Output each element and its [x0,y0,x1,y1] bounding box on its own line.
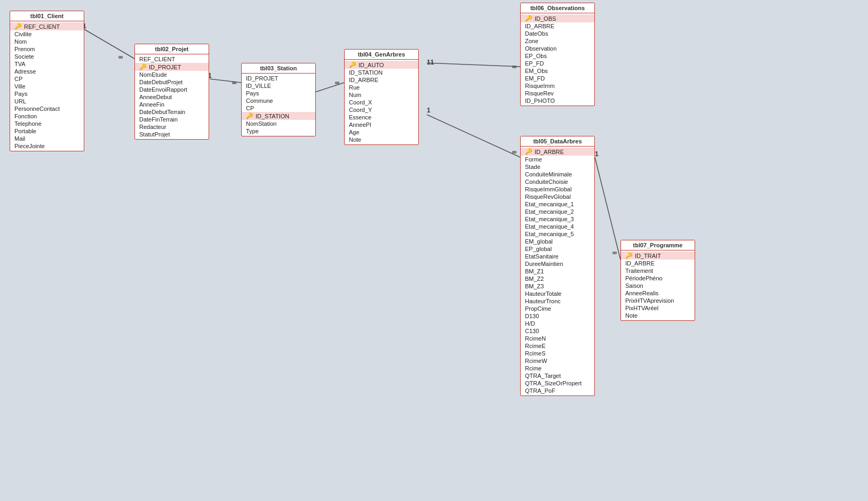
svg-line-4 [427,115,520,157]
rel-label-11: 11 [427,59,434,66]
table-tbl06-observations[interactable]: tbl06_Observations 🔑 ID_OBS ID_ARBRE Dat… [520,3,595,106]
field-name-prenom: Prenom [14,46,35,52]
field-ep-fd: EP_FD [521,60,594,67]
field-id-photo: ID_PHOTO [521,97,594,104]
field-anneerealis: AnneeRealis [621,289,695,297]
field-name-id-arbre-05: ID_ARBRE [535,149,564,155]
field-name-nomstation: NomStation [246,120,276,127]
key-icon-id-auto: 🔑 [349,61,356,68]
field-stade: Stade [521,163,594,171]
field-name-adresse: Adresse [14,68,36,75]
field-hauteurtronc: HauteurTronc [521,297,594,305]
field-rcimee: RcimeE [521,342,594,350]
field-ep-global: EP_global [521,245,594,253]
field-dureemaintien: DureeMaintien [521,260,594,268]
field-observation: Observation [521,45,594,52]
field-conduiteMinimale: ConduiteMinimale [521,171,594,178]
field-risquerevglobal: RisqueRevGlobal [521,193,594,200]
field-name-num: Num [349,92,361,98]
field-rue: Rue [345,84,418,91]
table-tbl03-header: tbl03_Station [242,63,315,74]
field-fonction: Fonction [10,112,84,120]
field-zone: Zone [521,37,594,45]
rel-label-inf-e: ∞ [512,148,517,156]
field-personnecontact: PersonneContact [10,105,84,112]
key-icon-ref-client: 🔑 [14,23,22,30]
field-ville: Ville [10,83,84,90]
field-societe: Societe [10,53,84,60]
field-name-dateenvoirapport: DateEnvoiRapport [139,86,187,93]
field-type-03: Type [242,127,315,135]
field-name-portable: Portable [14,128,36,134]
field-name-commune: Commune [246,98,273,104]
field-name-statutprojet: StatutProjet [139,131,170,138]
table-tbl05-dataarbres[interactable]: tbl05_DataArbres 🔑 ID_ARBRE Forme Stade … [520,136,595,396]
field-redacteur: Redacteur [135,123,209,131]
table-tbl03-fields: ID_PROJET ID_VILLE Pays Commune CP 🔑 ID_… [242,74,315,136]
field-name-id-trait: ID_TRAIT [635,253,661,259]
field-anneefin: AnneeFin [135,101,209,108]
field-name-hd: H/D [525,320,535,327]
field-etatsanitaire: EtatSanitaire [521,253,594,260]
key-icon-id-obs: 🔑 [525,15,532,22]
field-name-rcimee: RcimeE [525,343,546,349]
field-name-personnecontact: PersonneContact [14,106,60,112]
field-adresse: Adresse [10,68,84,75]
field-propcime: PropCime [521,305,594,312]
field-id-arbre-04: ID_ARBRE [345,76,418,84]
rel-label-inf-d: ∞ [512,63,517,70]
field-id-projet: 🔑 ID_PROJET [135,63,209,71]
table-tbl03-station[interactable]: tbl03_Station ID_PROJET ID_VILLE Pays Co… [241,63,316,136]
field-id-arbre-05: 🔑 ID_ARBRE [521,148,594,156]
field-id-station-04: ID_STATION [345,69,418,76]
field-name-bm-z2: BM_Z2 [525,276,544,282]
field-tva: TVA [10,60,84,68]
field-id-projet-03: ID_PROJET [242,75,315,82]
field-name-em-global: EM_global [525,238,553,245]
field-datedebutprojet: DateDebutProjet [135,78,209,86]
field-risquerev: RisqueRev [521,90,594,97]
field-name-c130: C130 [525,328,539,334]
field-name-datedebutterrain: DateDebutTerrain [139,109,185,115]
field-name-hauteurtotale: HauteurTotale [525,290,562,297]
table-tbl04-genarbres[interactable]: tbl04_GenArbres 🔑 ID_AUTO ID_STATION ID_… [344,49,419,145]
field-name-age: Age [349,129,360,135]
field-name-ep-global: EP_global [525,246,552,252]
field-forme: Forme [521,156,594,163]
table-tbl07-programme[interactable]: tbl07_Programme 🔑 ID_TRAIT ID_ARBRE Trai… [620,240,695,321]
field-name-datefinTerrain: DateFinTerrain [139,116,178,123]
rel-label-1e: 1 [427,107,431,114]
table-tbl02-projet[interactable]: tbl02_Projet REF_CLIENT 🔑 ID_PROJET NomE… [134,44,209,140]
field-bm-z3: BM_Z3 [521,282,594,290]
field-rcime: Rcime [521,365,594,372]
field-name-rcimew: RcimeW [525,358,547,364]
field-qtra-target: QTRA_Target [521,372,594,379]
field-periodepheno: PériodePhéno [621,274,695,282]
field-num: Num [345,91,418,99]
table-tbl01-fields: 🔑 REF_CLIENT Civilite Nom Prenom Societe… [10,21,84,151]
field-name-redacteur: Redacteur [139,124,166,130]
field-name-etat-mec-2: Etat_mecanique_2 [525,208,574,215]
field-age: Age [345,128,418,136]
table-tbl01-header: tbl01_Client [10,11,84,21]
field-name-rue: Rue [349,84,360,91]
field-hauteurtotale: HauteurTotale [521,290,594,297]
field-id-arbre-07: ID_ARBRE [621,260,695,267]
field-name-pays: Pays [14,91,27,97]
table-tbl01-client[interactable]: tbl01_Client 🔑 REF_CLIENT Civilite Nom P… [10,11,84,151]
field-name-essence: Essence [349,114,371,120]
field-dateobs: DateObs [521,30,594,37]
field-anneepl: AnneePl [345,121,418,128]
field-name-hauteurtronc: HauteurTronc [525,298,561,304]
field-portable: Portable [10,127,84,135]
field-name-dureemaintien: DureeMaintien [525,261,563,267]
field-etat-mec-2: Etat_mecanique_2 [521,208,594,215]
field-name-risqueimmglobal: RisqueImmGlobal [525,186,571,192]
field-civilite: Civilite [10,30,84,38]
field-name-note-07: Note [625,312,638,319]
field-name-note-04: Note [349,136,361,143]
field-name-pixhtvareeel: PixHTVAréel [625,305,658,311]
field-name-propcime: PropCime [525,305,551,312]
rel-label-inf-b: ∞ [232,79,237,86]
field-name-url: URL [14,98,26,104]
